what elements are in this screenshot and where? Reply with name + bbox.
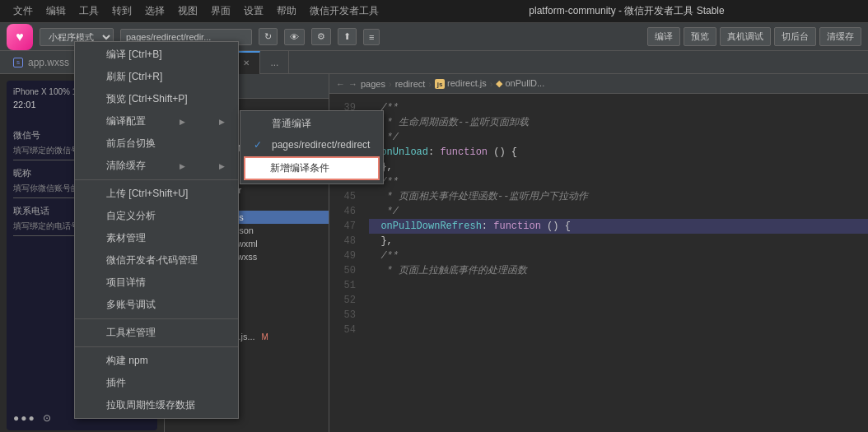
clear-icon-btn[interactable]: ≡ — [363, 29, 380, 45]
breadcrumb-fn[interactable]: ◆ onPullD... — [496, 78, 544, 89]
breadcrumb-pages[interactable]: pages — [361, 79, 385, 89]
menu-file[interactable]: 文件 — [13, 4, 33, 18]
menu-interface[interactable]: 界面 — [211, 4, 231, 18]
menu-select[interactable]: 选择 — [145, 4, 165, 18]
menu-upload[interactable]: 上传 [Ctrl+Shift+U] — [75, 183, 238, 205]
code-area: 39404142434445464748495051525354 /** * 生… — [329, 94, 868, 432]
menu-toggle-bg[interactable]: 前后台切换 — [75, 132, 238, 155]
menu-edit[interactable]: 编辑 — [46, 4, 66, 18]
breadcrumb-redirect[interactable]: redirect — [395, 79, 426, 89]
submenu-redirect-compile[interactable]: ✓ pages/redirect/redirect — [240, 135, 383, 155]
code-content[interactable]: /** * 生命周期函数--监听页面卸载 */ onUnload: functi… — [362, 94, 868, 432]
submenu-new-condition[interactable]: 新增编译条件 — [244, 156, 380, 180]
menu-compile[interactable]: 编译 [Ctrl+B] — [75, 44, 238, 66]
menu-compile-config[interactable]: 编译配置 ▶ 普通编译 ✓ pages/redirect/redirect 新增… — [75, 110, 238, 132]
clear-cache-button[interactable]: 清缓存 — [819, 27, 861, 46]
menu-toolbar-manage[interactable]: 工具栏管理 — [75, 322, 238, 344]
sim-record-icon: ⊙ — [43, 412, 51, 424]
menu-help[interactable]: 帮助 — [277, 4, 296, 18]
menu-asset-manage[interactable]: 素材管理 — [75, 227, 238, 249]
tab-more[interactable]: ... — [260, 51, 289, 74]
toolbar-right-buttons: 编译 预览 真机调试 切后台 清缓存 — [647, 27, 861, 46]
menu-build-npm[interactable]: 构建 npm — [75, 350, 238, 372]
sim-phone-label: iPhone X 100% 16 — [13, 87, 82, 96]
submenu-compile-config[interactable]: 普通编译 ✓ pages/redirect/redirect 新增编译条件 — [240, 110, 384, 184]
js-breadcrumb-icon: js — [435, 79, 445, 89]
breadcrumb-nav-icons: ← → — [336, 79, 357, 89]
menu-preview[interactable]: 预览 [Ctrl+Shift+P] — [75, 88, 238, 110]
menu-view[interactable]: 视图 — [178, 4, 198, 18]
menu-multi-account[interactable]: 多账号调试 — [75, 294, 238, 316]
real-device-debug-button[interactable]: 真机调试 — [720, 27, 771, 46]
settings-button[interactable]: ⚙ — [311, 28, 331, 45]
nav-fwd-icon[interactable]: → — [348, 79, 357, 89]
menu-separator2 — [75, 318, 238, 319]
preview-main-button[interactable]: 预览 — [684, 27, 716, 46]
window-title: platform-community - 微信开发者工具 Stable — [399, 4, 855, 18]
menu-separator — [75, 179, 238, 180]
tab-close-icon[interactable]: ✕ — [243, 58, 250, 67]
menu-refresh[interactable]: 刷新 [Ctrl+R] — [75, 66, 238, 88]
menu-tools[interactable]: 工具 — [79, 4, 99, 18]
breadcrumb-js[interactable]: js redirect.js — [435, 78, 487, 89]
editor-panel: ← → pages › redirect › js redirect.js › … — [329, 74, 868, 432]
menu-clear-cache[interactable]: 清除缓存 ▶ — [75, 155, 238, 177]
menu-separator3 — [75, 346, 238, 347]
menu-goto[interactable]: 转到 — [112, 4, 132, 18]
title-bar-menus[interactable]: 文件 编辑 工具 转到 选择 视图 界面 设置 帮助 微信开发者工具 — [13, 4, 379, 18]
breadcrumb-bar: ← → pages › redirect › js redirect.js › … — [329, 74, 868, 94]
upload-icon-btn[interactable]: ⬆ — [338, 28, 357, 45]
tab-app-wxss[interactable]: s app.wxss — [3, 51, 80, 74]
submenu-normal-compile[interactable]: 普通编译 — [240, 113, 383, 135]
menu-settings[interactable]: 设置 — [244, 4, 264, 18]
switch-background-button[interactable]: 切后台 — [774, 27, 816, 46]
preview-button[interactable]: 👁 — [284, 29, 305, 45]
menu-custom-analysis[interactable]: 自定义分析 — [75, 205, 238, 227]
context-menu[interactable]: 编译 [Ctrl+B] 刷新 [Ctrl+R] 预览 [Ctrl+Shift+P… — [74, 41, 239, 419]
menu-plugin[interactable]: 插件 — [75, 372, 238, 394]
compile-button[interactable]: 编译 — [647, 27, 680, 46]
app-icon: ♥ — [7, 24, 33, 50]
menu-fetch-cache[interactable]: 拉取周期性缓存数据 — [75, 394, 238, 416]
menu-code-manage[interactable]: 微信开发者·代码管理 — [75, 249, 238, 272]
menu-devtools[interactable]: 微信开发者工具 — [310, 4, 379, 18]
nav-back-icon[interactable]: ← — [336, 79, 345, 89]
refresh-button[interactable]: ↻ — [259, 28, 278, 45]
title-bar: 文件 编辑 工具 转到 选择 视图 界面 设置 帮助 微信开发者工具 platf… — [0, 0, 868, 23]
menu-project-detail[interactable]: 项目详情 — [75, 272, 238, 294]
sim-dots: ●●● — [13, 412, 36, 424]
